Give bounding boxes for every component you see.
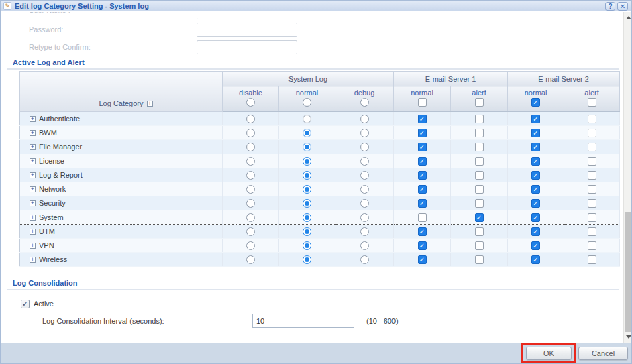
table-row-wireless[interactable]: Wireless [20,253,620,267]
interval-input[interactable] [252,314,354,328]
table-row-authenticate[interactable]: Authenticate [20,112,620,126]
license-normal3-checkbox[interactable] [418,157,427,166]
file-manager-disable0-radio[interactable] [246,143,255,151]
authenticate-disable0-radio[interactable] [246,115,255,123]
system-alert6-checkbox[interactable] [588,213,596,222]
authenticate-normal3-checkbox[interactable] [418,115,427,123]
expand-row-icon[interactable] [30,130,36,136]
header-col1-normal-radio[interactable] [303,98,311,107]
file-manager-normal1-radio[interactable] [303,143,311,151]
vpn-debug2-radio[interactable] [360,241,369,250]
system-disable0-radio[interactable] [246,213,255,222]
table-row-vpn[interactable]: VPN [20,239,620,253]
log-report-normal3-checkbox[interactable] [418,171,427,180]
utm-disable0-radio[interactable] [246,227,255,236]
row-label-cell[interactable]: License [20,154,223,168]
network-debug2-radio[interactable] [360,185,369,194]
log-report-normal1-radio[interactable] [303,171,311,180]
license-disable0-radio[interactable] [246,157,255,166]
row-label-cell[interactable]: Security [20,196,223,210]
bwm-normal3-checkbox[interactable] [418,129,427,137]
log-report-debug2-radio[interactable] [360,171,369,180]
expand-row-icon[interactable] [30,215,36,221]
row-label-cell[interactable]: Wireless [20,253,223,267]
row-label-cell[interactable]: Authenticate [20,112,223,126]
system-normal5-checkbox[interactable] [531,213,540,222]
utm-alert4-checkbox[interactable] [475,227,484,236]
row-label-cell[interactable]: Log & Report [20,168,223,182]
authenticate-alert4-checkbox[interactable] [475,115,484,123]
table-row-network[interactable]: Network [20,182,620,196]
expand-all-icon[interactable] [147,101,153,107]
wireless-debug2-radio[interactable] [360,255,369,264]
utm-normal5-checkbox[interactable] [531,227,540,236]
system-debug2-radio[interactable] [360,213,369,222]
security-alert6-checkbox[interactable] [588,199,596,208]
header-col4-alert-checkbox[interactable] [475,98,484,107]
wireless-alert4-checkbox[interactable] [475,255,484,264]
table-row-log-report[interactable]: Log & Report [20,168,620,182]
bwm-debug2-radio[interactable] [360,129,369,137]
network-normal5-checkbox[interactable] [531,185,540,194]
license-normal5-checkbox[interactable] [531,157,540,166]
log-report-disable0-radio[interactable] [246,171,255,180]
security-normal1-radio[interactable] [303,199,311,208]
network-normal3-checkbox[interactable] [418,185,427,194]
row-label-cell[interactable]: Network [20,182,223,196]
network-alert6-checkbox[interactable] [588,185,596,194]
security-normal5-checkbox[interactable] [531,199,540,208]
wireless-normal3-checkbox[interactable] [418,255,427,264]
table-row-utm[interactable]: UTM [20,225,620,239]
vpn-alert4-checkbox[interactable] [475,241,484,250]
system-normal3-checkbox[interactable] [418,213,427,222]
expand-row-icon[interactable] [30,186,36,192]
bwm-alert6-checkbox[interactable] [588,129,596,137]
license-alert6-checkbox[interactable] [588,157,596,166]
ok-button[interactable]: OK [526,347,572,360]
table-row-bwm[interactable]: BWM [20,126,620,140]
header-col6-alert-checkbox[interactable] [588,98,596,107]
security-disable0-radio[interactable] [246,199,255,208]
utm-normal3-checkbox[interactable] [418,227,427,236]
network-disable0-radio[interactable] [246,185,255,194]
scroll-down-icon[interactable] [626,335,631,339]
vpn-disable0-radio[interactable] [246,241,255,250]
expand-row-icon[interactable] [30,144,36,150]
utm-normal1-radio[interactable] [303,227,311,236]
expand-row-icon[interactable] [30,200,36,206]
expand-row-icon[interactable] [30,229,36,235]
vpn-normal5-checkbox[interactable] [531,241,540,250]
security-alert4-checkbox[interactable] [475,199,484,208]
bwm-disable0-radio[interactable] [246,129,255,137]
license-debug2-radio[interactable] [360,157,369,166]
utm-alert6-checkbox[interactable] [588,227,596,236]
expand-row-icon[interactable] [30,172,36,178]
bwm-normal1-radio[interactable] [303,129,311,137]
authenticate-normal1-radio[interactable] [303,115,311,123]
bwm-normal5-checkbox[interactable] [531,129,540,137]
log-report-alert4-checkbox[interactable] [475,171,484,180]
license-alert4-checkbox[interactable] [475,157,484,166]
row-label-cell[interactable]: VPN [20,239,223,253]
security-normal3-checkbox[interactable] [418,199,427,208]
file-manager-normal5-checkbox[interactable] [531,143,540,151]
header-col0-disable-radio[interactable] [246,98,255,107]
file-manager-alert4-checkbox[interactable] [475,143,484,151]
authenticate-normal5-checkbox[interactable] [531,115,540,123]
table-row-file-manager[interactable]: File Manager [20,140,620,154]
authenticate-debug2-radio[interactable] [360,115,369,123]
row-label-cell[interactable]: System [20,210,223,225]
table-row-security[interactable]: Security [20,196,620,210]
license-normal1-radio[interactable] [303,157,311,166]
utm-debug2-radio[interactable] [360,227,369,236]
row-label-cell[interactable]: File Manager [20,140,223,154]
help-button[interactable]: ? [605,2,615,11]
vpn-normal3-checkbox[interactable] [418,241,427,250]
row-label-cell[interactable]: BWM [20,126,223,140]
system-normal1-radio[interactable] [303,213,311,222]
row-label-cell[interactable]: UTM [20,225,223,239]
active-checkbox[interactable] [21,300,30,308]
cancel-button[interactable]: Cancel [578,347,628,360]
log-report-normal5-checkbox[interactable] [531,171,540,180]
expand-row-icon[interactable] [30,116,36,122]
